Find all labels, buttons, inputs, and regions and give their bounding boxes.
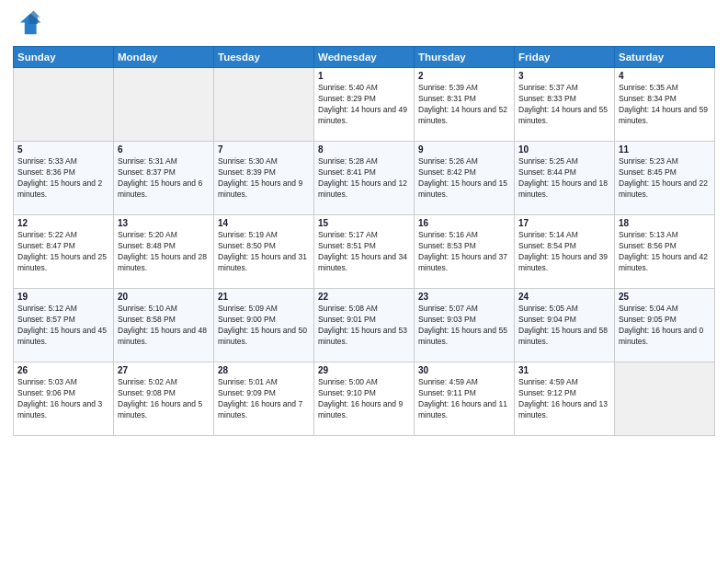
calendar-cell: 11 Sunrise: 5:23 AMSunset: 8:45 PMDaylig… [615,142,715,215]
day-info: Sunrise: 5:19 AMSunset: 8:50 PMDaylight:… [218,230,310,274]
day-info: Sunrise: 5:37 AMSunset: 8:33 PMDaylight:… [518,83,610,127]
day-info: Sunrise: 5:05 AMSunset: 9:04 PMDaylight:… [518,304,610,348]
day-number: 8 [318,144,410,155]
calendar-cell [14,68,114,142]
day-info: Sunrise: 5:26 AMSunset: 8:42 PMDaylight:… [418,156,510,201]
day-number: 11 [619,144,711,155]
day-number: 5 [17,144,109,155]
day-number: 12 [17,218,109,228]
day-number: 19 [17,292,109,302]
day-number: 15 [318,218,410,228]
day-info: Sunrise: 5:35 AMSunset: 8:34 PMDaylight:… [619,83,711,127]
day-number: 3 [518,71,610,81]
logo [13,9,44,39]
day-number: 29 [318,365,410,375]
weekday-header-saturday: Saturday [615,47,715,68]
day-info: Sunrise: 4:59 AMSunset: 9:12 PMDaylight:… [518,377,610,421]
day-number: 25 [619,292,711,302]
calendar-cell: 3 Sunrise: 5:37 AMSunset: 8:33 PMDayligh… [515,68,615,142]
day-info: Sunrise: 5:28 AMSunset: 8:41 PMDaylight:… [318,156,410,201]
weekday-header-thursday: Thursday [415,47,515,68]
day-number: 16 [418,218,510,228]
day-info: Sunrise: 5:14 AMSunset: 8:54 PMDaylight:… [518,230,610,274]
day-info: Sunrise: 5:33 AMSunset: 8:36 PMDaylight:… [17,156,109,201]
day-number: 7 [218,144,310,155]
calendar-cell: 12 Sunrise: 5:22 AMSunset: 8:47 PMDaylig… [14,215,114,289]
day-info: Sunrise: 5:00 AMSunset: 9:10 PMDaylight:… [318,377,410,421]
day-number: 30 [418,365,510,375]
calendar-cell: 10 Sunrise: 5:25 AMSunset: 8:44 PMDaylig… [515,142,615,215]
day-number: 24 [518,292,610,302]
page-container: SundayMondayTuesdayWednesdayThursdayFrid… [0,0,728,445]
calendar-cell: 29 Sunrise: 5:00 AMSunset: 9:10 PMDaylig… [314,362,415,436]
day-info: Sunrise: 5:17 AMSunset: 8:51 PMDaylight:… [318,230,410,274]
calendar-cell: 24 Sunrise: 5:05 AMSunset: 9:04 PMDaylig… [515,289,615,362]
day-info: Sunrise: 5:20 AMSunset: 8:48 PMDaylight:… [118,230,210,274]
day-number: 4 [619,71,711,81]
day-info: Sunrise: 5:09 AMSunset: 9:00 PMDaylight:… [218,304,310,348]
weekday-header-wednesday: Wednesday [314,47,415,68]
week-row-5: 26 Sunrise: 5:03 AMSunset: 9:06 PMDaylig… [14,362,715,436]
calendar-cell [114,68,214,142]
calendar-cell: 28 Sunrise: 5:01 AMSunset: 9:09 PMDaylig… [214,362,314,436]
calendar-cell: 16 Sunrise: 5:16 AMSunset: 8:53 PMDaylig… [415,215,515,289]
day-number: 13 [118,218,210,228]
day-info: Sunrise: 5:07 AMSunset: 9:03 PMDaylight:… [418,304,510,348]
day-number: 21 [218,292,310,302]
day-number: 6 [118,144,210,155]
calendar-cell: 4 Sunrise: 5:35 AMSunset: 8:34 PMDayligh… [615,68,715,142]
day-number: 31 [518,365,610,375]
calendar-cell: 30 Sunrise: 4:59 AMSunset: 9:11 PMDaylig… [415,362,515,436]
day-number: 27 [118,365,210,375]
day-info: Sunrise: 5:02 AMSunset: 9:08 PMDaylight:… [118,377,210,421]
header [13,9,715,39]
week-row-4: 19 Sunrise: 5:12 AMSunset: 8:57 PMDaylig… [14,289,715,362]
day-info: Sunrise: 5:23 AMSunset: 8:45 PMDaylight:… [619,156,711,201]
day-info: Sunrise: 5:16 AMSunset: 8:53 PMDaylight:… [418,230,510,274]
weekday-header-sunday: Sunday [14,47,114,68]
calendar-cell: 17 Sunrise: 5:14 AMSunset: 8:54 PMDaylig… [515,215,615,289]
calendar-cell: 21 Sunrise: 5:09 AMSunset: 9:00 PMDaylig… [214,289,314,362]
weekday-header-tuesday: Tuesday [214,47,314,68]
day-number: 26 [17,365,109,375]
day-number: 9 [418,144,510,155]
day-info: Sunrise: 5:40 AMSunset: 8:29 PMDaylight:… [318,83,410,127]
calendar-cell: 23 Sunrise: 5:07 AMSunset: 9:03 PMDaylig… [415,289,515,362]
logo-icon [13,9,42,39]
day-info: Sunrise: 5:01 AMSunset: 9:09 PMDaylight:… [218,377,310,421]
day-info: Sunrise: 5:03 AMSunset: 9:06 PMDaylight:… [17,377,109,421]
day-number: 23 [418,292,510,302]
calendar-table: SundayMondayTuesdayWednesdayThursdayFrid… [13,46,715,436]
weekday-header-friday: Friday [515,47,615,68]
day-number: 17 [518,218,610,228]
day-info: Sunrise: 5:08 AMSunset: 9:01 PMDaylight:… [318,304,410,348]
calendar-cell: 22 Sunrise: 5:08 AMSunset: 9:01 PMDaylig… [314,289,415,362]
day-number: 20 [118,292,210,302]
day-number: 14 [218,218,310,228]
day-number: 22 [318,292,410,302]
day-info: Sunrise: 5:25 AMSunset: 8:44 PMDaylight:… [518,156,610,201]
day-info: Sunrise: 5:12 AMSunset: 8:57 PMDaylight:… [17,304,109,348]
day-info: Sunrise: 4:59 AMSunset: 9:11 PMDaylight:… [418,377,510,421]
day-number: 1 [318,71,410,81]
calendar-cell: 13 Sunrise: 5:20 AMSunset: 8:48 PMDaylig… [114,215,214,289]
day-number: 2 [418,71,510,81]
week-row-3: 12 Sunrise: 5:22 AMSunset: 8:47 PMDaylig… [14,215,715,289]
calendar-cell: 9 Sunrise: 5:26 AMSunset: 8:42 PMDayligh… [415,142,515,215]
calendar-cell: 15 Sunrise: 5:17 AMSunset: 8:51 PMDaylig… [314,215,415,289]
day-info: Sunrise: 5:39 AMSunset: 8:31 PMDaylight:… [418,83,510,127]
day-number: 18 [619,218,711,228]
calendar-cell: 14 Sunrise: 5:19 AMSunset: 8:50 PMDaylig… [214,215,314,289]
day-info: Sunrise: 5:13 AMSunset: 8:56 PMDaylight:… [619,230,711,274]
day-info: Sunrise: 5:31 AMSunset: 8:37 PMDaylight:… [118,156,210,201]
day-number: 10 [518,144,610,155]
calendar-cell: 6 Sunrise: 5:31 AMSunset: 8:37 PMDayligh… [114,142,214,215]
week-row-1: 1 Sunrise: 5:40 AMSunset: 8:29 PMDayligh… [14,68,715,142]
calendar-cell: 31 Sunrise: 4:59 AMSunset: 9:12 PMDaylig… [515,362,615,436]
calendar-cell: 20 Sunrise: 5:10 AMSunset: 8:58 PMDaylig… [114,289,214,362]
weekday-header-row: SundayMondayTuesdayWednesdayThursdayFrid… [14,47,715,68]
calendar-cell: 26 Sunrise: 5:03 AMSunset: 9:06 PMDaylig… [14,362,114,436]
calendar-cell: 8 Sunrise: 5:28 AMSunset: 8:41 PMDayligh… [314,142,415,215]
weekday-header-monday: Monday [114,47,214,68]
calendar-cell: 2 Sunrise: 5:39 AMSunset: 8:31 PMDayligh… [415,68,515,142]
